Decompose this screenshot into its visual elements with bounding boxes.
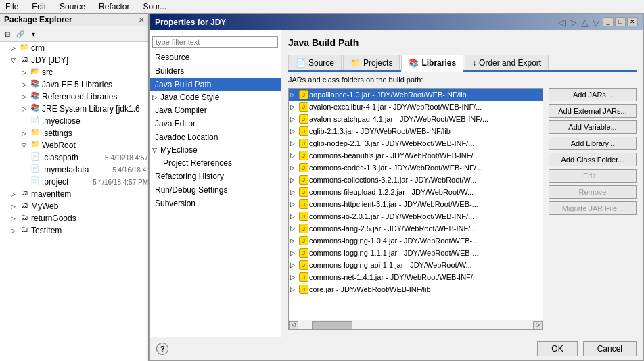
tree-toggle-javaee[interactable]: ▷	[22, 81, 30, 88]
tree-item-crm[interactable]: ▷ 📁 crm	[0, 42, 148, 54]
library-list-item[interactable]: ▷ J commons-logging-api-1.1.jar - JDY/We…	[289, 259, 543, 271]
toolbar-menu-button[interactable]: ▾	[27, 28, 39, 40]
nav-forward-button[interactable]: ▷	[568, 17, 578, 28]
nav-down-button[interactable]: ▽	[591, 17, 601, 28]
sidebar-item-refactoringhistory[interactable]: Refactoring History	[150, 170, 281, 183]
tree-item-webroot[interactable]: ▽ 📁 WebRoot	[0, 139, 148, 151]
menu-file[interactable]: File	[3, 1, 21, 12]
link-editor-button[interactable]: 🔗	[14, 28, 26, 40]
tree-toggle-jresys[interactable]: ▷	[22, 105, 30, 112]
dialog-maximize-button[interactable]: □	[615, 17, 626, 26]
tab-projects[interactable]: 📁 Projects	[343, 55, 400, 70]
tree-label-project: .project	[42, 177, 90, 187]
library-list-item[interactable]: ▷ J aopalliance-1.0.jar - JDY/WebRoot/WE…	[289, 89, 543, 101]
nav-up-button[interactable]: △	[580, 17, 590, 28]
horizontal-scrollbar[interactable]: ◁ ▷	[289, 320, 543, 329]
remove-button[interactable]: Remove	[549, 185, 637, 199]
tab-order-export[interactable]: ↕ Order and Export	[465, 55, 549, 70]
scroll-right-button[interactable]: ▷	[533, 321, 543, 329]
tree-toggle-src[interactable]: ▷	[22, 69, 30, 76]
add-jars-button[interactable]: Add JARs...	[549, 88, 637, 101]
sidebar-item-javabuildpath[interactable]: Java Build Path	[150, 78, 281, 91]
tree-toggle-jdy[interactable]: ▽	[11, 57, 19, 64]
sidebar-item-javacompiler[interactable]: Java Compiler	[150, 103, 281, 117]
ok-button[interactable]: OK	[537, 341, 577, 356]
add-external-jars-button[interactable]: Add External JARs...	[549, 104, 637, 118]
sidebar-item-resource[interactable]: Resource	[150, 51, 281, 64]
tree-toggle-testitem[interactable]: ▷	[11, 227, 19, 234]
library-list-item[interactable]: ▷ J commons-httpclient-3.1.jar - JDY/Web…	[289, 198, 543, 210]
scroll-left-button[interactable]: ◁	[289, 321, 298, 329]
help-button[interactable]: ?	[156, 343, 168, 355]
scroll-thumb[interactable]	[312, 321, 352, 329]
sidebar-item-builders[interactable]: Builders	[150, 64, 281, 78]
tree-label-crm: crm	[31, 43, 148, 53]
tree-item-classpath[interactable]: 📄 .classpath 5 4/16/18 4:57	[0, 151, 148, 164]
tree-item-jdy[interactable]: ▽ 🗂 JDY [JDY]	[0, 54, 148, 66]
tree-toggle-returngoods[interactable]: ▷	[11, 215, 19, 222]
tree-item-returngoods[interactable]: ▷ 🗂 returnGoods	[0, 212, 148, 224]
menu-source[interactable]: Source	[57, 1, 88, 12]
tree-toggle-reflibs[interactable]: ▷	[22, 93, 30, 100]
tree-item-settings[interactable]: ▷ 📁 .settings	[0, 127, 148, 139]
library-list-item[interactable]: ▷ J commons-logging-1.1.1.jar - JDY/WebR…	[289, 247, 543, 259]
library-area: ▷ J aopalliance-1.0.jar - JDY/WebRoot/WE…	[288, 88, 637, 330]
cancel-button[interactable]: Cancel	[583, 341, 637, 356]
library-list-item[interactable]: ▷ J commons-fileupload-1.2.2.jar - JDY/W…	[289, 186, 543, 198]
library-list-item[interactable]: ▷ J core.jar - JDY/WebRoot/WEB-INF/lib	[289, 283, 543, 295]
tree-toggle-mavenitem[interactable]: ▷	[11, 191, 19, 197]
src-icon: 📂	[30, 67, 41, 78]
migrate-jar-button[interactable]: Migrate JAR File...	[549, 201, 637, 215]
menu-sour[interactable]: Sour...	[140, 1, 169, 12]
tree-toggle-crm[interactable]: ▷	[11, 45, 19, 51]
library-list-item[interactable]: ▷ J cglib-2.1.3.jar - JDY/WebRoot/WEB-IN…	[289, 125, 543, 137]
library-list-item[interactable]: ▷ J commons-beanutils.jar - JDY/WebRoot/…	[289, 149, 543, 162]
filter-input[interactable]	[152, 36, 278, 48]
library-list-item[interactable]: ▷ J commons-io-2.0.1.jar - JDY/WebRoot/W…	[289, 210, 543, 222]
tree-item-src[interactable]: ▷ 📂 src	[0, 66, 148, 78]
sidebar-section-javacodestyle[interactable]: ▷ Java Code Style	[150, 91, 281, 103]
add-class-folder-button[interactable]: Add Class Folder...	[549, 153, 637, 166]
sidebar-item-projectrefs[interactable]: Project References	[150, 156, 281, 170]
tree-toggle-myweb[interactable]: ▷	[11, 203, 19, 210]
library-list-item[interactable]: ▷ J commons-net-1.4.1.jar - JDY/WebRoot/…	[289, 271, 543, 283]
sidebar-item-javaeditor[interactable]: Java Editor	[150, 117, 281, 130]
tree-toggle-webroot[interactable]: ▽	[22, 142, 30, 149]
tree-item-javaee[interactable]: ▷ 📚 Java EE 5 Libraries	[0, 78, 148, 91]
menu-refactor[interactable]: Refactor	[96, 1, 132, 12]
collapse-all-button[interactable]: ⊟	[1, 28, 14, 40]
dialog-minimize-button[interactable]: _	[603, 17, 614, 26]
library-list-item[interactable]: ▷ J commons-codec-1.3.jar - JDY/WebRoot/…	[289, 162, 543, 174]
dialog-bottom-left: ?	[156, 343, 168, 355]
sidebar-item-subversion[interactable]: Subversion	[150, 197, 281, 210]
sidebar-item-rundebug[interactable]: Run/Debug Settings	[150, 183, 281, 197]
library-list-item[interactable]: ▷ J commons-logging-1.0.4.jar - JDY/WebR…	[289, 235, 543, 247]
add-library-button[interactable]: Add Library...	[549, 137, 637, 150]
library-list-item[interactable]: ▷ J cglib-nodep-2.1_3.jar - JDY/WebRoot/…	[289, 137, 543, 149]
tree-item-reflibs[interactable]: ▷ 📚 Referenced Libraries	[0, 91, 148, 103]
sidebar-section-myeclipse[interactable]: ▽ MyEclipse	[150, 144, 281, 156]
tab-libraries[interactable]: 📚 Libraries	[401, 55, 463, 72]
nav-back-button[interactable]: ◁	[557, 17, 567, 28]
tree-item-mymetadata[interactable]: 📄 .mymetadata 5 4/16/18 4:	[0, 164, 148, 176]
tree-item-jresys[interactable]: ▷ 📚 JRE System Library [jdk1.6	[0, 103, 148, 115]
tree-item-testitem[interactable]: ▷ 🗂 TestItem	[0, 224, 148, 237]
tree-item-project[interactable]: 📄 .project 5 4/16/18 4:57 PM	[0, 176, 148, 188]
lib-label-0: aopalliance-1.0.jar - JDY/WebRoot/WEB-IN…	[309, 91, 541, 99]
add-variable-button[interactable]: Add Variable...	[549, 120, 637, 134]
edit-button[interactable]: Edit...	[549, 169, 637, 183]
library-list-item[interactable]: ▷ J avalon-excalibur-4.1.jar - JDY/WebRo…	[289, 101, 543, 113]
tab-source[interactable]: 📄 Source	[288, 55, 342, 70]
tree-item-myweb[interactable]: ▷ 🗂 MyWeb	[0, 200, 148, 212]
library-list-item[interactable]: ▷ J avalon-scratchpad-4.1.jar - JDY/WebR…	[289, 113, 543, 125]
lib-label-11: commons-lang-2.5.jar - JDY/WebRoot/WEB-I…	[309, 224, 541, 233]
library-list-item[interactable]: ▷ J commons-lang-2.5.jar - JDY/WebRoot/W…	[289, 222, 543, 235]
library-list-item[interactable]: ▷ J commons-collections-3.2.1.jar - JDY/…	[289, 174, 543, 186]
sidebar-item-javadoc[interactable]: Javadoc Location	[150, 130, 281, 144]
tree-toggle-settings[interactable]: ▷	[22, 130, 30, 137]
tree-item-myeclipse[interactable]: 📄 .myeclipse	[0, 115, 148, 127]
tree-item-mavenitem[interactable]: ▷ 🗂 mavenItem	[0, 188, 148, 200]
jar-icon-7: J	[298, 174, 309, 185]
menu-edit[interactable]: Edit	[29, 1, 49, 12]
dialog-close-button[interactable]: ✕	[627, 17, 638, 26]
